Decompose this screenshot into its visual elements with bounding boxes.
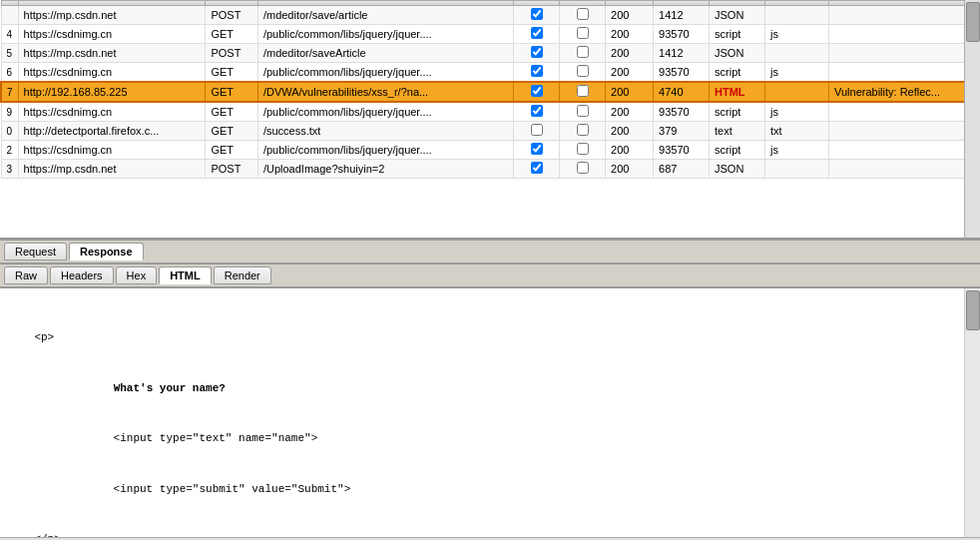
col-length[interactable] [654, 1, 710, 6]
col-status[interactable] [606, 1, 654, 6]
code-line-input-submit: <input type="submit" value="Submit"> [8, 481, 960, 499]
params-cell-checkbox[interactable] [531, 46, 543, 58]
length-cell: 687 [654, 160, 710, 179]
table-row[interactable]: 4https://csdnimg.cnGET/public/common/lib… [1, 25, 979, 44]
table-row[interactable]: 2https://csdnimg.cnGET/public/common/lib… [1, 141, 979, 160]
row-number: 4 [1, 25, 18, 44]
tab-html[interactable]: HTML [159, 267, 212, 284]
length-cell: 4740 [654, 82, 710, 102]
edited-cell-checkbox[interactable] [577, 46, 589, 58]
host-cell: https://csdnimg.cn [18, 63, 206, 83]
params-cell [514, 122, 560, 141]
params-cell-checkbox[interactable] [531, 65, 543, 77]
params-cell-checkbox[interactable] [531, 8, 543, 20]
method-cell: POST [206, 44, 257, 63]
table-row[interactable]: 7http://192.168.85.225GET/DVWA/vulnerabi… [1, 82, 979, 102]
row-number: 2 [1, 141, 18, 160]
edited-cell-checkbox[interactable] [577, 27, 589, 39]
scrollbar-thumb[interactable] [966, 2, 980, 42]
col-mime[interactable] [710, 1, 765, 6]
edited-cell [560, 63, 606, 83]
code-scrollbar[interactable] [964, 288, 980, 537]
table-row[interactable]: 5https://mp.csdn.netPOST/mdeditor/saveAr… [1, 44, 979, 63]
table-row[interactable]: 0http://detectportal.firefox.c...GET/suc… [1, 122, 979, 141]
ext-cell: js [765, 63, 829, 83]
edited-cell-checkbox[interactable] [577, 65, 589, 77]
method-cell: GET [206, 25, 257, 44]
edited-cell-checkbox[interactable] [577, 8, 589, 20]
length-cell: 1412 [654, 44, 710, 63]
code-line-name: What's your name? [8, 380, 960, 398]
edited-cell-checkbox[interactable] [577, 124, 589, 136]
col-num [1, 1, 18, 6]
params-cell-checkbox[interactable] [531, 143, 543, 155]
table-row[interactable]: 9https://csdnimg.cnGET/public/common/lib… [1, 102, 979, 122]
url-cell: /public/common/libs/jquery/jquer.... [257, 63, 513, 83]
status-cell: 200 [606, 63, 654, 83]
edited-cell-checkbox[interactable] [577, 85, 589, 97]
host-cell: https://mp.csdn.net [18, 6, 206, 25]
edited-cell [560, 122, 606, 141]
table-row[interactable]: https://mp.csdn.netPOST/mdeditor/save/ar… [1, 6, 979, 25]
length-cell: 379 [654, 122, 710, 141]
edited-cell [560, 6, 606, 25]
col-method[interactable] [206, 1, 257, 6]
url-cell: /public/common/libs/jquery/jquer.... [257, 25, 513, 44]
col-url[interactable] [257, 1, 513, 6]
vertical-scrollbar[interactable] [964, 0, 980, 238]
mime-cell: script [710, 63, 765, 83]
title-cell [829, 102, 979, 122]
tab-raw[interactable]: Raw [4, 267, 48, 284]
col-edited[interactable] [560, 1, 606, 6]
tab-response[interactable]: Response [69, 243, 144, 261]
row-number: 7 [1, 82, 18, 102]
mime-cell: script [710, 102, 765, 122]
col-ext[interactable] [765, 1, 829, 6]
host-cell: http://detectportal.firefox.c... [18, 122, 206, 141]
params-cell-checkbox[interactable] [531, 105, 543, 117]
request-response-tabs: Request Response [0, 240, 980, 264]
edited-cell-checkbox[interactable] [577, 143, 589, 155]
row-number: 0 [1, 122, 18, 141]
tab-headers[interactable]: Headers [50, 267, 114, 284]
host-cell: https://csdnimg.cn [18, 141, 206, 160]
params-cell [514, 63, 560, 83]
title-cell: Vulnerability: Reflec... [829, 82, 979, 102]
host-cell: https://mp.csdn.net [18, 160, 206, 179]
row-number: 3 [1, 160, 18, 179]
url-cell: /mdeditor/saveArticle [257, 44, 513, 63]
params-cell [514, 82, 560, 102]
col-params[interactable] [514, 1, 560, 6]
code-line-p-open: <p> [8, 329, 960, 347]
url-cell: /DVWA/vulnerabilities/xss_r/?na... [257, 82, 513, 102]
status-cell: 200 [606, 122, 654, 141]
ext-cell [765, 6, 829, 25]
params-cell-checkbox[interactable] [531, 162, 543, 174]
col-title[interactable] [829, 1, 979, 6]
code-scrollbar-thumb[interactable] [966, 290, 980, 330]
table-row[interactable]: 3https://mp.csdn.netPOST/UploadImage?shu… [1, 160, 979, 179]
title-cell [829, 63, 979, 83]
params-cell-checkbox[interactable] [531, 85, 543, 97]
table-row[interactable]: 6https://csdnimg.cnGET/public/common/lib… [1, 63, 979, 83]
title-cell [829, 44, 979, 63]
ext-cell: js [765, 25, 829, 44]
edited-cell [560, 82, 606, 102]
row-number: 5 [1, 44, 18, 63]
edited-cell-checkbox[interactable] [577, 105, 589, 117]
method-cell: GET [206, 122, 257, 141]
edited-cell [560, 102, 606, 122]
edited-cell-checkbox[interactable] [577, 162, 589, 174]
params-cell-checkbox[interactable] [531, 27, 543, 39]
status-cell: 200 [606, 160, 654, 179]
params-cell-checkbox[interactable] [531, 124, 543, 136]
tab-hex[interactable]: Hex [116, 267, 158, 284]
edited-cell [560, 141, 606, 160]
table-wrapper: https://mp.csdn.netPOST/mdeditor/save/ar… [0, 0, 980, 238]
tab-request[interactable]: Request [4, 243, 67, 261]
edited-cell [560, 160, 606, 179]
params-cell [514, 102, 560, 122]
url-cell: /UploadImage?shuiyin=2 [257, 160, 513, 179]
tab-render[interactable]: Render [214, 267, 271, 284]
col-host[interactable] [18, 1, 206, 6]
